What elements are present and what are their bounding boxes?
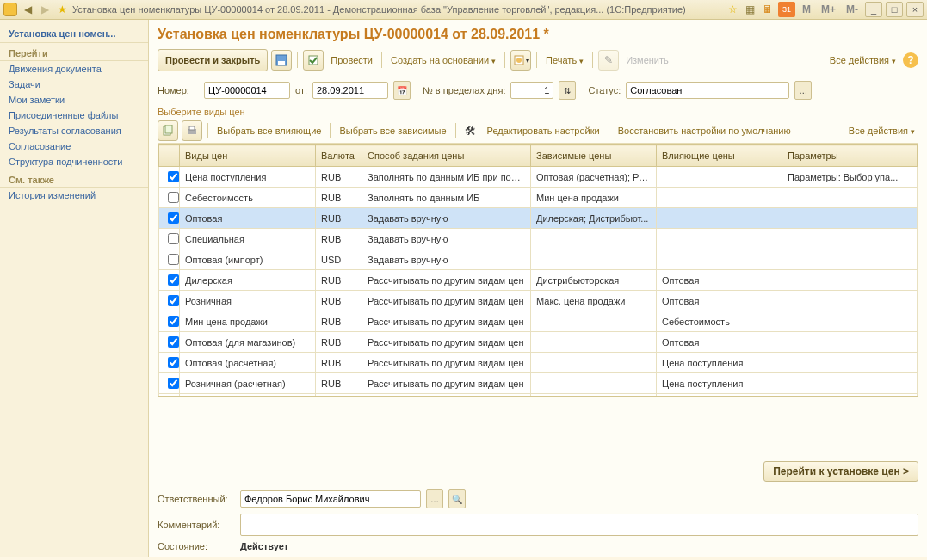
sidebar-item[interactable]: История изменений [0,188,148,203]
row-checkbox[interactable] [168,212,179,224]
row-checkbox[interactable] [168,171,179,182]
print-link[interactable]: Печать [542,55,587,65]
sidebar-item[interactable]: Движения документа [0,61,148,77]
inday-input[interactable] [510,82,553,99]
table-row[interactable]: Оптовая (расчетная)RUBРассчитывать по др… [159,353,918,373]
cell [657,229,782,249]
row-checkbox[interactable] [168,274,179,286]
sidebar-header: Установка цен номен... [0,25,148,43]
edit-settings-link[interactable]: Редактировать настройки [484,126,603,136]
help-icon[interactable]: ? [903,52,918,68]
calendar-icon[interactable]: 31 [778,2,795,17]
minimize-button[interactable]: _ [865,2,882,17]
cell: RUB [316,332,362,353]
settings-icon[interactable]: 🛠 [461,121,480,140]
table-row[interactable]: Цена поступленияRUBЗаполнять по данным И… [159,167,918,188]
sidebar-item[interactable]: Структура подчиненности [0,154,148,169]
table-row[interactable]: СпециальнаяRUBЗадавать вручную [159,229,918,249]
column-header[interactable] [159,145,180,167]
table-row[interactable]: Оптовая (для магазинов)RUBРассчитывать п… [159,332,918,353]
responsible-input[interactable] [240,490,421,508]
cell: Задавать вручную [362,249,531,270]
copy-icon[interactable] [158,120,178,141]
sidebar-item[interactable]: Задачи [0,77,148,92]
column-header[interactable]: Зависимые цены [531,145,657,167]
back-icon[interactable]: ◀ [21,3,34,16]
table-row[interactable]: Розничная (расчетная)RUBРассчитывать по … [159,373,918,394]
row-checkbox[interactable] [168,192,179,203]
create-based-link[interactable]: Создать на основании [387,55,499,65]
cell [782,188,918,208]
cell: Рассчитывать по другим видам цен [362,311,531,332]
select-affecting-link[interactable]: Выбрать все влияющие [213,126,324,136]
mem-mplus[interactable]: M+ [818,3,839,15]
responsible-open-button[interactable]: 🔍 [448,489,466,508]
print-sub-icon[interactable] [182,120,202,141]
column-header[interactable]: Виды цен [180,145,316,167]
all-actions-sub-link[interactable]: Все действия [845,126,918,136]
price-types-table: Виды ценВалютаСпособ задания ценыЗависим… [158,144,918,397]
row-checkbox[interactable] [168,233,179,244]
responsible-select-button[interactable]: … [426,489,443,508]
number-input[interactable] [204,82,290,99]
mem-m[interactable]: M [799,3,814,15]
column-header[interactable]: Влияющие цены [657,145,782,167]
cell [782,311,918,332]
report-icon[interactable]: ▾ [510,50,531,71]
cell: RUB [316,270,362,291]
row-checkbox[interactable] [168,254,179,265]
row-checkbox[interactable] [168,316,179,327]
sidebar-item[interactable]: Мои заметки [0,92,148,108]
sidebar-item[interactable]: Результаты согласования [0,123,148,138]
sidebar-item[interactable]: Согласование [0,138,148,154]
table-row[interactable]: Мин цена продажиRUBРассчитывать по други… [159,311,918,332]
fwd-icon[interactable]: ▶ [38,3,52,16]
cell: Себестоимость [657,311,782,332]
cell: Рассчитывать по другим видам цен [362,373,531,394]
column-header[interactable]: Способ задания цены [362,145,531,167]
table-row[interactable]: Оптовая (импорт)USDЗадавать вручную [159,249,918,270]
number-label: Номер: [158,85,199,95]
inday-stepper[interactable]: ⇅ [559,81,576,100]
post-link[interactable]: Провести [327,55,376,65]
cell [782,332,918,353]
table-row[interactable]: ОптоваяRUBЗадавать вручнуюДилерская; Дис… [159,208,918,229]
status-select-button[interactable]: … [794,81,812,100]
star-icon[interactable]: ★ [55,3,69,16]
fields-row: Номер: от: 📅 № в пределах дня: ⇅ Статус:… [158,77,918,103]
date-input[interactable] [312,82,388,99]
calc-icon[interactable]: 🖩 [761,3,775,16]
date-picker-icon[interactable]: 📅 [393,81,411,100]
post-and-close-button[interactable]: Провести и закрыть [158,49,268,71]
comment-input[interactable] [240,514,918,536]
svg-rect-8 [189,126,195,130]
restore-button[interactable]: □ [886,2,903,17]
select-dependent-link[interactable]: Выбрать все зависимые [336,126,449,136]
cell: Рассчитывать по другим видам цен [362,270,531,291]
grid-icon[interactable]: ▦ [744,3,757,16]
row-checkbox[interactable] [168,378,179,389]
date-label: от: [295,85,307,95]
column-header[interactable]: Параметры [782,145,918,167]
status-input[interactable] [626,82,789,99]
post-icon[interactable] [303,50,324,71]
table-row[interactable]: ДилерскаяRUBРассчитывать по другим видам… [159,270,918,291]
sidebar-item[interactable]: Присоединенные файлы [0,108,148,123]
goto-prices-button[interactable]: Перейти к установке цен > [763,461,918,482]
all-actions-link[interactable]: Все действия [826,55,899,65]
table-row[interactable]: РозничнаяRUBРассчитывать по другим видам… [159,291,918,311]
close-button[interactable]: × [906,2,924,17]
row-checkbox[interactable] [168,336,179,348]
row-checkbox[interactable] [168,357,179,368]
cell [531,311,657,332]
column-header[interactable]: Валюта [316,145,362,167]
sub-toolbar: Выбрать все влияющие Выбрать все зависим… [158,119,918,144]
mem-mminus[interactable]: M- [843,3,862,15]
cell: Оптовая (расчетная) [180,353,316,373]
save-icon[interactable] [271,50,292,71]
restore-defaults-link[interactable]: Восстановить настройки по умолчанию [615,126,794,136]
svg-rect-1 [278,61,285,65]
fav-icon[interactable]: ☆ [726,3,740,16]
row-checkbox[interactable] [168,295,179,306]
table-row[interactable]: СебестоимостьRUBЗаполнять по данным ИБМи… [159,188,918,208]
